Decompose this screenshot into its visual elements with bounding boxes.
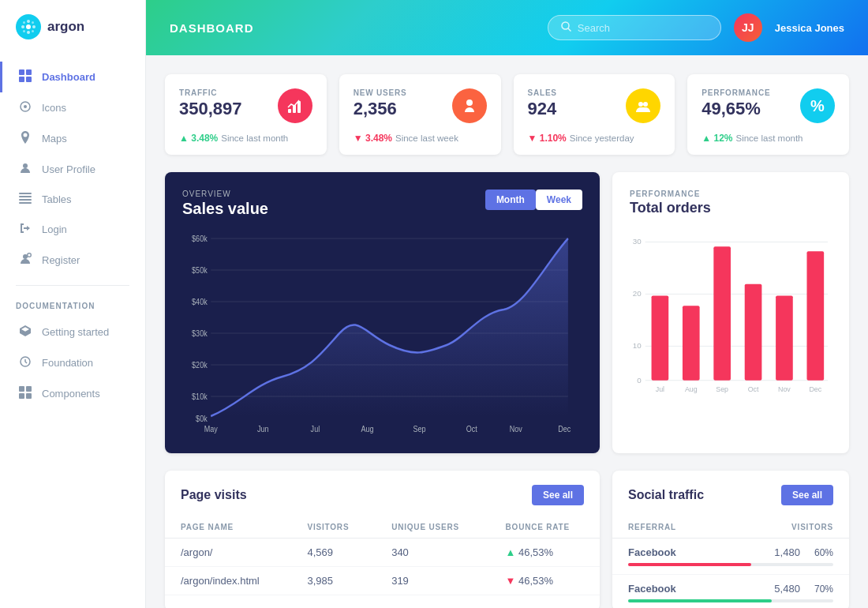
svg-rect-27 [19,393,24,399]
sidebar-item-maps[interactable]: Maps [0,123,145,154]
components-icon [18,386,32,401]
sidebar-item-foundation[interactable]: Foundation [0,347,145,378]
svg-text:Jul: Jul [656,385,664,393]
social-card-header: Social traffic See all [612,471,849,516]
svg-point-3 [21,25,24,28]
stat-since: Since yesterday [570,133,634,143]
stat-footer: ▲ 12% Since last month [702,133,835,144]
cell-page: /argon/ [165,539,291,567]
svg-rect-18 [19,199,32,201]
svg-text:Nov: Nov [778,385,791,393]
bar-chart-svg: 30 20 10 0 [630,229,832,403]
svg-text:Dec: Dec [558,425,571,434]
logo-icon [16,14,41,39]
toggle-week-button[interactable]: Week [536,190,582,210]
svg-rect-11 [19,77,24,82]
line-chart-card: OVERVIEW Sales value Month Week [165,172,600,453]
svg-point-14 [24,105,27,108]
dashboard-icon [18,69,32,84]
sidebar-item-tables[interactable]: Tables [0,185,145,214]
svg-rect-69 [776,295,793,380]
sidebar-item-label: Tables [42,193,72,205]
svg-point-15 [23,163,28,168]
svg-point-29 [562,22,569,29]
foundation-icon [18,355,32,370]
sidebar-item-register[interactable]: Register [0,245,145,276]
stat-card-traffic: TRAFFIC 350,897 ▲ 3.48% Since last month [165,74,327,155]
svg-point-4 [32,25,36,28]
search-input[interactable] [578,22,708,34]
search-bar[interactable] [548,15,721,40]
charts-row: OVERVIEW Sales value Month Week [165,172,849,453]
svg-rect-33 [297,101,301,113]
cell-visitors: 4,569 [291,539,376,567]
sidebar-item-dashboard[interactable]: Dashboard [0,62,145,92]
svg-text:Oct: Oct [748,385,759,393]
svg-line-30 [568,28,571,32]
stat-icon-sales [626,88,660,123]
page-visits-see-all-button[interactable]: See all [532,485,584,505]
sidebar-item-label: Getting started [42,326,109,338]
sidebar-item-getting-started[interactable]: Getting started [0,317,145,347]
getting-started-icon [18,325,32,340]
cell-bounce: ▼ 46,53% [490,567,600,595]
stat-since: Since last month [221,133,288,143]
sidebar-item-components[interactable]: Components [0,378,145,409]
svg-rect-67 [713,246,731,380]
stat-label: SALES [528,88,557,97]
svg-text:$10k: $10k [192,392,208,402]
tables-icon [18,193,32,206]
sidebar-item-icons[interactable]: Icons [0,92,145,123]
svg-text:Jun: Jun [257,425,269,434]
sidebar-item-label: Foundation [42,357,93,369]
sidebar-item-label: Components [42,388,100,400]
sidebar-item-label: Maps [42,133,67,144]
logo-text: argon [47,19,84,35]
social-card-title: Social traffic [628,488,704,502]
svg-point-6 [32,30,34,32]
svg-rect-70 [806,251,824,380]
sidebar-item-login[interactable]: Login [0,214,145,245]
svg-text:$0k: $0k [196,415,208,424]
progress-bar-bg [628,599,833,602]
stat-card-sales: SALES 924 ▼ 1.10% Since yesterday [514,74,675,155]
svg-text:Jul: Jul [311,425,320,434]
bar-chart-title: Total orders [630,200,832,216]
bar-chart-card: PERFORMANCE Total orders 30 20 10 0 [612,172,849,453]
social-item-1: Facebook 1,480 60% [612,539,849,575]
svg-text:Dec: Dec [809,385,821,393]
svg-point-8 [32,21,34,24]
cell-unique: 340 [376,539,489,567]
toggle-month-button[interactable]: Month [485,190,536,210]
sidebar-item-user-profile[interactable]: User Profile [0,154,145,185]
chart-header: OVERVIEW Sales value Month Week [182,190,582,218]
svg-text:20: 20 [633,289,642,298]
social-see-all-button[interactable]: See all [781,485,833,505]
table-card-header: Page visits See all [165,471,600,516]
stat-change: ▲ 3.48% [179,133,218,144]
svg-rect-31 [288,109,291,113]
stat-change: ▲ 12% [702,133,732,144]
social-visitors: 1,480 60% [774,546,833,558]
svg-point-35 [643,102,648,107]
svg-point-34 [638,102,643,107]
stat-value: 2,356 [354,99,407,119]
svg-text:30: 30 [633,237,642,246]
svg-rect-66 [683,306,700,381]
stat-value: 350,897 [179,99,242,119]
stat-icon-traffic [278,88,312,123]
bottom-row: Page visits See all PAGE NAME VISITORS U… [165,471,849,608]
icons-icon [18,100,32,115]
progress-bar-fill [628,563,751,566]
svg-text:Aug: Aug [685,385,698,393]
stat-icon-performance: % [800,88,835,123]
header-title: DASHBOARD [170,21,254,35]
svg-text:Sep: Sep [716,385,728,393]
svg-rect-23 [28,254,31,256]
col-visitors: VISITORS [291,516,376,539]
progress-bar-bg [628,563,833,566]
page-visits-table: PAGE NAME VISITORS UNIQUE USERS BOUNCE R… [165,516,600,595]
page-visits-title: Page visits [181,488,247,502]
table-row: /argon/index.html 3,985 319 ▼ 46,53% [165,567,600,595]
sidebar-item-label: User Profile [42,163,95,175]
